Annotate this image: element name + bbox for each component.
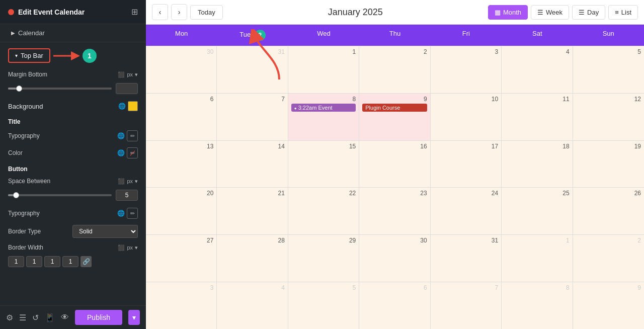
btn-typography-edit-btn[interactable]: ✏ xyxy=(127,208,138,219)
border-type-select[interactable]: Solid Dashed Dotted None xyxy=(72,225,138,238)
event-pill[interactable]: 3:22am Event xyxy=(291,104,356,112)
cal-cell-w5d0[interactable]: 3 xyxy=(146,282,217,329)
settings-icon-btn[interactable]: ⚙ xyxy=(6,313,13,322)
week-row-2: 13141516171819 xyxy=(146,140,644,188)
globe-icon[interactable]: 🌐 xyxy=(118,103,126,110)
cal-cell-w1d5[interactable]: 11 xyxy=(502,94,573,140)
view-list-btn[interactable]: ≡ List xyxy=(608,5,638,20)
cal-cell-w0d4[interactable]: 3 xyxy=(431,46,502,93)
cal-cell-w0d5[interactable]: 4 xyxy=(502,46,573,93)
color-globe-icon[interactable]: 🌐 xyxy=(117,149,125,156)
publish-button[interactable]: Publish xyxy=(75,310,122,325)
space-input[interactable]: 5 xyxy=(116,190,138,201)
cal-cell-w1d3[interactable]: 9Plugin Course xyxy=(359,94,430,140)
cal-cell-w4d4[interactable]: 31 xyxy=(431,235,502,282)
cal-cell-w1d2[interactable]: 83:22am Event xyxy=(288,94,359,140)
history-icon-btn[interactable]: ↺ xyxy=(32,313,39,322)
right-panel: ‹ › Today January 2025 ▦ Month ☰ Week ☰ … xyxy=(146,0,644,329)
border-width-row: Border Width ⬛ px ▾ xyxy=(6,241,140,254)
week-view-icon: ☰ xyxy=(537,9,543,16)
cal-cell-w2d0[interactable]: 13 xyxy=(146,141,217,188)
cell-date: 13 xyxy=(149,143,213,150)
typography-edit-btn[interactable]: ✏ xyxy=(127,130,138,141)
border-link-btn[interactable]: 🔗 xyxy=(80,256,92,267)
background-row: Background 🌐 xyxy=(6,98,140,114)
today-btn[interactable]: Today xyxy=(190,5,223,20)
cell-date: 30 xyxy=(362,237,427,244)
next-btn[interactable]: › xyxy=(171,4,187,20)
border-bottom-input[interactable] xyxy=(44,256,60,267)
cal-cell-w3d5[interactable]: 25 xyxy=(502,188,573,234)
btn-typo-globe-icon[interactable]: 🌐 xyxy=(117,210,125,217)
cal-cell-w4d6[interactable]: 2 xyxy=(573,235,644,282)
cal-cell-w2d4[interactable]: 17 xyxy=(431,141,502,188)
border-type-row: Border Type Solid Dashed Dotted None xyxy=(6,222,140,241)
border-px-dropdown[interactable]: ▾ xyxy=(135,244,138,251)
cal-cell-w4d0[interactable]: 27 xyxy=(146,235,217,282)
calendar-section[interactable]: ▶ Calendar xyxy=(0,24,146,42)
space-px-dropdown[interactable]: ▾ xyxy=(135,178,138,185)
border-left-input[interactable] xyxy=(62,256,78,267)
cal-cell-w2d2[interactable]: 15 xyxy=(288,141,359,188)
cell-date: 4 xyxy=(505,48,569,55)
cal-cell-w2d6[interactable]: 19 xyxy=(573,141,644,188)
top-bar-toggle[interactable]: ▾ Top Bar xyxy=(8,48,50,63)
cal-cell-w2d3[interactable]: 16 xyxy=(359,141,430,188)
cell-date: 11 xyxy=(505,96,569,103)
view-month-btn[interactable]: ▦ Month xyxy=(488,5,528,20)
cal-cell-w5d3[interactable]: 6 xyxy=(359,282,430,329)
typo-globe-icon[interactable]: 🌐 xyxy=(117,132,125,139)
cal-cell-w3d2[interactable]: 22 xyxy=(288,188,359,234)
preview-icon-btn[interactable]: 👁 xyxy=(61,313,69,322)
cal-cell-w0d3[interactable]: 2 xyxy=(359,46,430,93)
cal-cell-w3d0[interactable]: 20 xyxy=(146,188,217,234)
cell-date: 28 xyxy=(220,237,284,244)
caret-icon: ▾ xyxy=(15,53,18,58)
cal-cell-w0d0[interactable]: 30 xyxy=(146,46,217,93)
publish-chevron[interactable]: ▾ xyxy=(128,310,140,325)
cal-cell-w1d0[interactable]: 6 xyxy=(146,94,217,140)
cal-cell-w3d4[interactable]: 24 xyxy=(431,188,502,234)
calendar-body: 3031123456783:22am Event9Plugin Course10… xyxy=(146,46,644,329)
margin-input[interactable] xyxy=(116,83,138,94)
cal-cell-w0d2[interactable]: 1 xyxy=(288,46,359,93)
prev-btn[interactable]: ‹ xyxy=(152,4,168,20)
event-pill[interactable]: Plugin Course xyxy=(362,104,427,112)
cal-cell-w4d2[interactable]: 29 xyxy=(288,235,359,282)
strikethrough-icon: ✏ xyxy=(130,150,135,156)
border-top-input[interactable] xyxy=(8,256,24,267)
cal-cell-w5d5[interactable]: 8 xyxy=(502,282,573,329)
cal-cell-w5d6[interactable]: 9 xyxy=(573,282,644,329)
color-swatch-bg[interactable] xyxy=(128,101,138,111)
cal-cell-w2d1[interactable]: 14 xyxy=(217,141,288,188)
px-dropdown[interactable]: ▾ xyxy=(135,71,138,78)
border-right-input[interactable] xyxy=(26,256,42,267)
cal-cell-w4d1[interactable]: 28 xyxy=(217,235,288,282)
top-bar-text: Top Bar xyxy=(21,52,43,59)
typography-row: Typography 🌐 ✏ xyxy=(6,127,140,144)
cal-cell-w3d6[interactable]: 26 xyxy=(573,188,644,234)
cal-cell-w0d6[interactable]: 5 xyxy=(573,46,644,93)
cal-cell-w4d5[interactable]: 1 xyxy=(502,235,573,282)
cal-cell-w5d1[interactable]: 4 xyxy=(217,282,288,329)
cal-cell-w1d4[interactable]: 10 xyxy=(431,94,502,140)
cal-cell-w1d1[interactable]: 7 xyxy=(217,94,288,140)
view-week-btn[interactable]: ☰ Week xyxy=(531,5,569,20)
cell-date: 5 xyxy=(291,284,356,291)
cal-cell-w0d1[interactable]: 31 xyxy=(217,46,288,93)
week-row-0: 303112345 xyxy=(146,46,644,93)
layers-icon-btn[interactable]: ☰ xyxy=(19,313,26,322)
color-edit-btn[interactable]: ✏ xyxy=(127,147,138,158)
cal-cell-w1d6[interactable]: 12 xyxy=(573,94,644,140)
responsive-icon-btn[interactable]: 📱 xyxy=(45,313,55,322)
cal-cell-w3d1[interactable]: 21 xyxy=(217,188,288,234)
view-day-btn[interactable]: ☰ Day xyxy=(572,5,605,20)
cell-date: 12 xyxy=(576,96,641,103)
grid-icon[interactable]: ⊞ xyxy=(131,7,138,17)
cal-cell-w4d3[interactable]: 30 xyxy=(359,235,430,282)
cal-cell-w5d2[interactable]: 5 xyxy=(288,282,359,329)
cal-cell-w3d3[interactable]: 23 xyxy=(359,188,430,234)
cal-cell-w5d4[interactable]: 7 xyxy=(431,282,502,329)
cal-cell-w2d5[interactable]: 18 xyxy=(502,141,573,188)
title-section-label: Title xyxy=(6,114,140,127)
